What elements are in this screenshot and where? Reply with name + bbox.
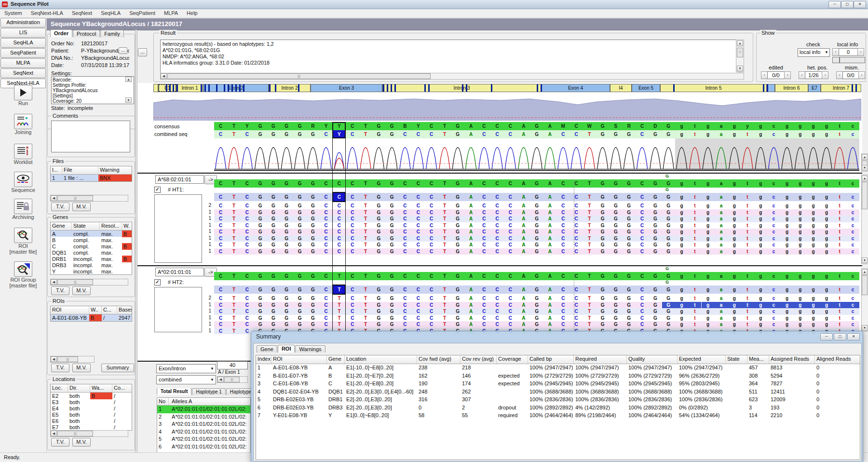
base-T[interactable]: T: [359, 235, 372, 242]
gene-map-segment-intron-6[interactable]: Intron 6: [775, 84, 808, 92]
base-C[interactable]: C: [241, 203, 254, 209]
base-C[interactable]: C: [570, 203, 583, 209]
base-c[interactable]: c: [846, 242, 859, 248]
summary-tab-gene[interactable]: Gene: [257, 345, 277, 353]
base-G[interactable]: G: [254, 248, 267, 255]
base-C[interactable]: C: [491, 216, 504, 222]
base-g[interactable]: g: [728, 295, 741, 302]
base-t[interactable]: t: [688, 216, 701, 222]
base-T[interactable]: T: [583, 209, 596, 216]
base-T[interactable]: T: [583, 130, 596, 138]
summary-row[interactable]: 1A-E01-E08-YBAE1[-10..0]~E8[0..20]238218…: [256, 364, 860, 372]
base-T[interactable]: T: [438, 321, 451, 328]
base-G[interactable]: G: [306, 242, 319, 248]
base-C[interactable]: C: [333, 248, 346, 255]
base-G[interactable]: G: [372, 179, 385, 188]
base-G[interactable]: G: [372, 242, 385, 248]
base-g[interactable]: g: [728, 272, 741, 280]
base-C[interactable]: C: [556, 285, 570, 294]
base-G[interactable]: G: [372, 229, 385, 235]
base-G[interactable]: G: [662, 235, 675, 242]
column-header[interactable]: Gene: [51, 222, 72, 230]
base-g[interactable]: g: [820, 308, 833, 315]
scroll-down-arrow[interactable]: ▼: [737, 66, 743, 71]
base-G[interactable]: G: [609, 193, 622, 201]
base-g[interactable]: g: [780, 272, 793, 280]
column-header[interactable]: Cov fwd (avg): [417, 355, 461, 364]
base-C[interactable]: C: [320, 130, 333, 138]
base-A[interactable]: A: [543, 179, 556, 188]
local-info-prev[interactable]: ‹: [832, 48, 839, 56]
base-g[interactable]: g: [820, 295, 833, 302]
base-t[interactable]: t: [688, 229, 701, 235]
base-G[interactable]: G: [451, 222, 464, 229]
base-T[interactable]: T: [227, 242, 240, 248]
base-g[interactable]: g: [794, 209, 807, 216]
base-C[interactable]: C: [570, 235, 583, 242]
base-G[interactable]: G: [280, 216, 293, 222]
base-C[interactable]: C: [320, 302, 333, 309]
base-C[interactable]: C: [477, 248, 490, 255]
base-C[interactable]: C: [320, 315, 333, 322]
base-g[interactable]: g: [675, 193, 688, 201]
base-G[interactable]: G: [662, 308, 675, 315]
base-C[interactable]: C: [241, 193, 254, 201]
base-g[interactable]: g: [807, 248, 820, 255]
base-C[interactable]: C: [320, 308, 333, 315]
base-g[interactable]: g: [820, 130, 833, 138]
base-C[interactable]: C: [320, 295, 333, 302]
settings-box[interactable]: Barcode:Settings Profile: YBackgroundALo…: [51, 76, 134, 104]
base-g[interactable]: g: [794, 248, 807, 255]
base-G[interactable]: G: [451, 272, 464, 280]
base-G[interactable]: G: [451, 193, 464, 201]
base-g[interactable]: g: [702, 193, 715, 201]
base-C[interactable]: C: [320, 222, 333, 229]
base-t[interactable]: t: [741, 193, 754, 201]
base-C[interactable]: C: [491, 272, 504, 280]
column-header[interactable]: Loc.: [51, 384, 68, 392]
sidebar-tool-joining[interactable]: Joining: [0, 114, 46, 135]
base-G[interactable]: G: [267, 285, 280, 294]
base-C[interactable]: C: [504, 285, 517, 294]
base-G[interactable]: G: [596, 203, 609, 209]
base-A[interactable]: A: [543, 285, 556, 294]
ht1-checkbox[interactable]: ✓: [154, 187, 161, 193]
display-select[interactable]: combined▼: [156, 375, 216, 384]
base-C[interactable]: C: [241, 209, 254, 216]
base-g[interactable]: g: [728, 315, 741, 322]
base-C[interactable]: C: [346, 193, 359, 201]
base-G[interactable]: G: [649, 272, 662, 280]
base-g[interactable]: g: [702, 315, 715, 322]
base-G[interactable]: G: [254, 229, 267, 235]
base-A[interactable]: A: [517, 193, 530, 201]
base-g[interactable]: g: [820, 216, 833, 222]
base-g[interactable]: g: [728, 242, 741, 248]
column-header[interactable]: C...: [102, 306, 117, 313]
base-T[interactable]: T: [438, 229, 451, 235]
base-C[interactable]: C: [425, 122, 438, 130]
base-g[interactable]: g: [780, 235, 793, 242]
base-g[interactable]: g: [675, 209, 688, 216]
base-C[interactable]: C: [346, 248, 359, 255]
base-C[interactable]: C: [214, 285, 227, 294]
base-T[interactable]: T: [583, 203, 596, 209]
base-G[interactable]: G: [385, 248, 398, 255]
base-C[interactable]: C: [491, 122, 504, 130]
base-A[interactable]: A: [464, 308, 477, 315]
base-T[interactable]: T: [227, 203, 240, 209]
base-C[interactable]: C: [504, 203, 517, 209]
position-value[interactable]: 40: [217, 361, 248, 369]
base-a[interactable]: a: [715, 295, 728, 302]
base-c[interactable]: c: [846, 222, 859, 229]
tv-button[interactable]: T.V.: [51, 286, 69, 295]
base-c[interactable]: c: [767, 285, 780, 294]
base-G[interactable]: G: [385, 235, 398, 242]
base-A[interactable]: A: [543, 222, 556, 229]
base-g[interactable]: g: [728, 222, 741, 229]
base-C[interactable]: C: [412, 308, 425, 315]
base-G[interactable]: G: [267, 179, 280, 188]
base-G[interactable]: G: [662, 302, 675, 309]
base-G[interactable]: G: [372, 285, 385, 294]
base-G[interactable]: G: [609, 130, 622, 138]
column-header[interactable]: Quality: [627, 355, 678, 364]
